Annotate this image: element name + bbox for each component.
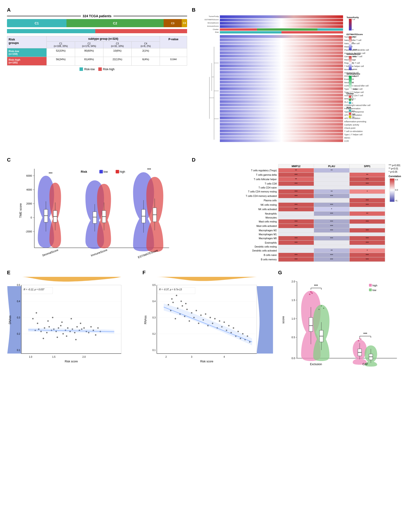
corr-cell [278, 186, 314, 189]
dot-excl-high-2 [309, 294, 311, 295]
hm-row-28 [220, 123, 343, 126]
y-label: TME score [19, 203, 22, 218]
corr-row-label: Dendritic cells activated [192, 248, 278, 253]
dot-e-26 [37, 323, 38, 324]
e-x-label: Risk score [65, 360, 78, 363]
rh-c3: 22(13%) [104, 57, 132, 65]
heatmap-body: TumorPurity Natural killer T cell Natura… [205, 15, 371, 142]
dot-e-6 [48, 326, 50, 327]
rl-c3: 10(6%) [104, 48, 132, 57]
e-x-tick-15: 1.5 [52, 356, 56, 358]
f-x-tick-3: 3 [191, 356, 193, 358]
rh-c2: 81(49%) [75, 57, 104, 65]
dot-e-40 [36, 312, 37, 314]
corr-cell: *** [278, 194, 314, 198]
corr-row-label: B cells memory [192, 257, 278, 262]
hm-row-7 [220, 55, 343, 57]
cluster-c-sq [349, 102, 351, 104]
density-right-f [257, 286, 273, 353]
hm-label-3: Natural killer cell [344, 42, 360, 45]
corr-cell: ** [349, 212, 385, 216]
dot-f-37 [171, 298, 173, 300]
corr-cell [278, 198, 314, 203]
col-c2: C2(n=176, 54%) [75, 42, 104, 48]
cluster-bar: C1 C2 C3 C4 [7, 19, 187, 27]
corr-cell: * [349, 189, 385, 194]
corr-row-label: T cells regulatory (Tregs) [192, 168, 278, 173]
hm-row-14 [220, 77, 343, 80]
corr-mid: 0.00 [395, 189, 398, 191]
dot-f-40 [185, 303, 187, 304]
bottom-row: E [5, 267, 415, 378]
col-spp1: SPP1 [349, 164, 385, 168]
dot-f-27 [228, 325, 230, 326]
corr-cell [349, 224, 385, 228]
hm-row-9 [220, 61, 343, 64]
dot-f-13 [196, 310, 197, 311]
panel-a: A 324 TCGA patients C1 C2 C3 C4 [5, 5, 189, 152]
table-row: B cells memory********* [192, 257, 385, 262]
panel-e: E [5, 267, 140, 378]
g-y-tick-15: 1.5 [291, 299, 295, 302]
legend-high-sq-c [116, 170, 119, 173]
table-row: NK cells activated**** [192, 207, 385, 212]
corr-cell [349, 207, 385, 212]
dot-excl-high-1 [310, 291, 312, 293]
dot-f-17 [205, 313, 206, 315]
dot-e-34 [75, 339, 77, 340]
e-y-tick-2: 0.2 [17, 333, 20, 335]
table-row: Eosinophils****** [192, 241, 385, 245]
tp-max: 1.0 [352, 18, 355, 20]
corr-cell [314, 173, 349, 177]
dot-f-29 [233, 327, 234, 329]
corr-cell: *** [314, 220, 349, 224]
table-row: Monocytes [192, 216, 385, 220]
corr-cell: *** [278, 253, 314, 257]
e-x-tick-2: 2.0 [82, 356, 86, 358]
dot-f-39 [181, 301, 182, 302]
dot-e-32 [66, 335, 67, 337]
dot-e-35 [80, 323, 81, 324]
dot-e-29 [52, 317, 53, 318]
corr-row-label: T cells gamma delta [192, 173, 278, 177]
corr-cell: *** [349, 253, 385, 257]
dot-f-10 [189, 320, 190, 322]
table-header: Riskgroups subtype group (n=324) C1(n=10… [7, 36, 187, 48]
table-legend: Risk-low Risk-high [7, 67, 187, 71]
dot-e-33 [71, 318, 72, 319]
corr-row-label: Eosinophils [192, 241, 278, 245]
dot-e-28 [48, 320, 49, 322]
risk-low-label: Risk-low(n=159) [7, 48, 47, 57]
f-y-tick-3: 0.3 [153, 316, 156, 319]
hm-label-32: MDSC [344, 137, 350, 139]
f-x-tick-2: 2 [165, 356, 167, 358]
tp-legend-bar [349, 19, 352, 31]
dot-caf-high-1 [359, 338, 360, 339]
corr-cell: *** [278, 224, 314, 228]
risk-low-cells: 52(33%) 95(60%) 10(6%) 2(1%) [47, 48, 160, 57]
table-row: Mast cells activated****** [192, 224, 385, 228]
panel-g: G 2.0 1.5 1.0 0.5 0.0 score [276, 267, 411, 378]
g-y-tick-05: 0.5 [291, 336, 295, 339]
panel-b: B [189, 5, 415, 152]
hm-row-21 [220, 100, 343, 103]
hm-row-19 [220, 94, 343, 97]
cluster-b [257, 28, 317, 31]
hm-row-18 [220, 90, 343, 93]
str-mid: 0 [352, 82, 354, 84]
corr-cell [349, 194, 385, 198]
leg-risk-title: Risk [347, 106, 351, 109]
dot-f-19 [210, 317, 211, 318]
legend-low-label: Risk-low [84, 68, 95, 71]
hm-row-33 [220, 139, 343, 142]
dot-e-18 [76, 326, 78, 327]
corr-cell [314, 216, 349, 220]
g-legend-high-sq [369, 284, 372, 286]
subtype-header: subtype group (n=324) [47, 36, 160, 42]
hm-row-25 [220, 113, 343, 116]
risk-bar [7, 29, 187, 33]
tcga-title: 324 TCGA patients [81, 14, 113, 18]
cluster-c-label: C [352, 102, 353, 104]
corr-row-label: Monocytes [192, 216, 278, 220]
panel-d-label: D [192, 157, 413, 163]
